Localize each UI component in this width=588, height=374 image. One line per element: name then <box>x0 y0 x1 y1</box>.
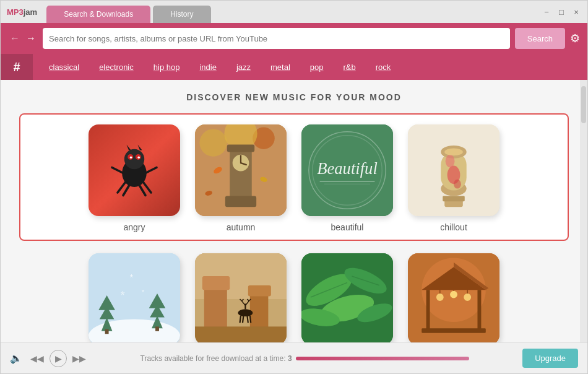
svg-rect-59 <box>202 276 230 290</box>
next-track-button[interactable]: ▶▶ <box>72 351 87 366</box>
volume-icon[interactable]: 🔈 <box>10 352 22 364</box>
mood-label-beautiful: beautiful <box>331 222 364 232</box>
prev-track-button[interactable]: ◀◀ <box>30 351 45 366</box>
app-window: MP3jam Search & Downloads History − □ × … <box>0 0 588 374</box>
maximize-button[interactable]: □ <box>556 7 566 17</box>
svg-text:*: * <box>142 288 145 297</box>
upgrade-button[interactable]: Upgrade <box>522 349 578 368</box>
genre-hash[interactable]: # <box>1 54 33 80</box>
mood-grid-row2: * * * <box>19 253 569 342</box>
mood-winter[interactable]: * * * <box>89 253 180 342</box>
svg-point-40 <box>446 155 455 168</box>
mood-desert[interactable] <box>195 253 287 342</box>
genre-metal[interactable]: metal <box>261 54 300 80</box>
titlebar: MP3jam Search & Downloads History − □ × <box>1 1 587 23</box>
mood-warm[interactable] <box>408 253 499 342</box>
genre-classical[interactable]: classical <box>39 54 89 80</box>
svg-line-72 <box>243 316 243 323</box>
svg-text:Beautiful: Beautiful <box>317 159 378 178</box>
svg-rect-48 <box>105 329 109 334</box>
search-input[interactable] <box>49 34 504 43</box>
genre-pop[interactable]: pop <box>300 54 334 80</box>
warm-illustration <box>408 253 499 342</box>
forward-arrow[interactable]: → <box>24 33 38 44</box>
window-controls: − □ × <box>542 7 581 17</box>
download-count: 3 <box>288 354 292 363</box>
genre-hiphop[interactable]: hip hop <box>144 54 190 80</box>
svg-rect-19 <box>227 145 254 152</box>
close-button[interactable]: × <box>571 7 581 17</box>
minimize-button[interactable]: − <box>542 7 551 17</box>
svg-point-92 <box>464 294 471 301</box>
search-button[interactable]: Search <box>515 28 565 49</box>
mood-autumn[interactable]: autumn <box>195 124 287 232</box>
player-controls: ◀◀ ▶ ▶▶ <box>30 350 87 367</box>
search-area: ← → Search ⚙ <box>1 23 587 54</box>
svg-line-71 <box>240 316 241 323</box>
mood-grid-row1: angry <box>33 124 555 232</box>
mood-thumb-chillout <box>408 124 499 216</box>
back-arrow[interactable]: ← <box>8 33 22 44</box>
mood-chillout[interactable]: chillout <box>408 124 499 232</box>
autumn-illustration <box>195 124 287 216</box>
logo-suffix: jam <box>24 7 37 17</box>
svg-line-10 <box>139 185 145 196</box>
svg-point-5 <box>137 157 140 159</box>
genre-jazz[interactable]: jazz <box>227 54 261 80</box>
logo-prefix: MP3 <box>7 7 24 17</box>
scrollbar[interactable] <box>580 80 587 342</box>
nav-arrows: ← → <box>8 33 38 44</box>
settings-icon[interactable]: ⚙ <box>570 32 580 45</box>
svg-point-42 <box>444 148 463 155</box>
download-progress-bar <box>296 357 469 360</box>
mood-label-chillout: chillout <box>440 222 467 232</box>
winter-illustration: * * * <box>89 253 180 342</box>
mood-angry[interactable]: angry <box>89 124 180 232</box>
mood-green[interactable] <box>301 253 393 342</box>
desert-illustration <box>195 253 287 342</box>
discover-title: DISCOVER NEW MUSIC FOR YOUR MOOD <box>19 92 569 102</box>
main-content: DISCOVER NEW MUSIC FOR YOUR MOOD <box>1 80 587 342</box>
mood-label-autumn: autumn <box>227 222 256 232</box>
mood-thumb-warm <box>408 253 499 342</box>
genre-list: classical electronic hip hop indie jazz … <box>33 54 407 80</box>
mood-thumb-desert <box>195 253 287 342</box>
svg-marker-7 <box>137 145 142 150</box>
svg-rect-23 <box>225 196 256 207</box>
svg-line-73 <box>247 316 248 323</box>
svg-line-9 <box>123 185 130 196</box>
mood-thumb-winter: * * * <box>89 253 180 342</box>
genre-electronic[interactable]: electronic <box>89 54 144 80</box>
svg-rect-87 <box>426 290 430 331</box>
scrollbar-thumb <box>581 86 586 123</box>
svg-point-90 <box>436 294 444 301</box>
svg-point-4 <box>130 157 132 159</box>
tab-history[interactable]: History <box>153 6 210 23</box>
download-info: Tracks available for free download at a … <box>94 354 515 363</box>
play-button[interactable]: ▶ <box>50 350 67 367</box>
search-input-wrap <box>43 28 510 49</box>
chillout-illustration <box>408 124 499 216</box>
tab-search-downloads[interactable]: Search & Downloads <box>46 6 150 23</box>
genre-indie[interactable]: indie <box>189 54 226 80</box>
mood-beautiful[interactable]: Beautiful beautiful <box>301 124 393 232</box>
genre-rnb[interactable]: r&b <box>334 54 366 80</box>
download-progress-fill <box>296 357 469 360</box>
svg-point-91 <box>450 291 457 298</box>
svg-rect-61 <box>248 285 271 297</box>
mood-thumb-beautiful: Beautiful <box>301 124 393 216</box>
svg-point-15 <box>199 129 227 156</box>
svg-point-63 <box>238 309 253 316</box>
mood-thumb-angry <box>89 124 180 216</box>
svg-marker-6 <box>126 145 131 150</box>
genre-rock[interactable]: rock <box>366 54 401 80</box>
svg-text:*: * <box>121 289 125 302</box>
svg-rect-62 <box>195 326 287 342</box>
svg-rect-88 <box>477 290 481 331</box>
mood-label-angry: angry <box>123 222 145 232</box>
genre-bar: # classical electronic hip hop indie jaz… <box>1 54 587 80</box>
tabs-bar: Search & Downloads History <box>46 1 542 23</box>
svg-rect-52 <box>155 326 159 331</box>
app-logo: MP3jam <box>7 7 37 17</box>
svg-rect-89 <box>422 328 486 333</box>
